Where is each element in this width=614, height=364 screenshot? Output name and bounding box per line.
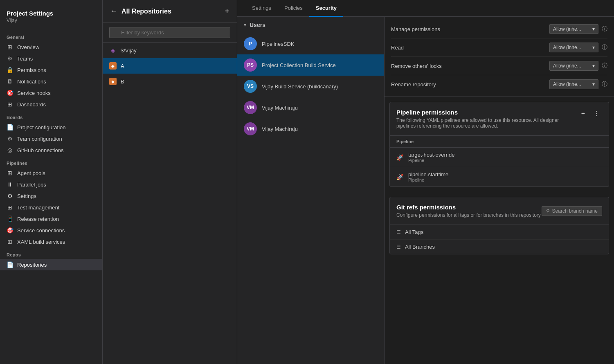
section-label-boards: Boards [0,110,102,121]
info-icon[interactable]: ⓘ [602,25,607,33]
tag-icon: ☰ [396,229,401,235]
permission-label: Remove others' locks [391,63,549,69]
sidebar-item-label: Overview [17,44,39,50]
repo-item-A[interactable]: ◆ A [103,58,237,74]
filter-wrapper: ⚲ [103,23,237,43]
info-icon[interactable]: ⓘ [602,44,607,51]
sidebar-item-label: Parallel jobs [17,182,46,188]
filter-input[interactable] [109,27,230,38]
pipeline-type: Pipeline [408,178,448,182]
pipeline-col-header: Pipeline [390,136,609,148]
pipeline-type: Pipeline [408,158,454,163]
sidebar-item-dashboards[interactable]: ⊞ Dashboards [0,99,102,110]
search-branch-wrapper[interactable]: ⚲ Search branch name [542,206,602,216]
git-ref-row-all-branches[interactable]: ☰ All Branches [390,240,609,254]
user-row-project-collection[interactable]: PS Project Collection Build Service [237,54,384,76]
sidebar-item-test-management[interactable]: ⊞ Test management [0,202,102,213]
permission-select: Allow (inhe... ▾ ⓘ [549,43,607,52]
project-config-icon: 📄 [7,124,13,130]
sidebar-item-label: Repositories [17,262,47,268]
repositories-icon: 📄 [7,261,13,268]
users-header-text: Users [250,22,265,28]
sidebar-item-parallel-jobs[interactable]: ⏸ Parallel jobs [0,179,102,190]
repo-label: B [121,79,124,85]
tab-security[interactable]: Security [309,0,343,17]
dashboards-icon: ⊞ [7,101,13,108]
sidebar-item-overview[interactable]: ⊞ Overview [0,41,102,53]
chevron-down-icon: ▾ [592,81,595,87]
permission-select: Allow (inhe... ▾ ⓘ [549,24,607,34]
git-refs-desc: Configure permissions for all tags or fo… [396,212,541,218]
repo-item-B[interactable]: ◆ B [103,74,237,89]
sidebar-item-label: Teams [17,56,33,62]
sidebar-item-label: Dashboards [17,101,46,108]
user-name: Vijay Build Service (buildcanary) [262,83,338,90]
user-name: Vijay Machiraju [262,105,298,111]
info-icon[interactable]: ⓘ [602,81,607,88]
git-ref-row-all-tags[interactable]: ☰ All Tags [390,225,609,240]
permission-dropdown-manage[interactable]: Allow (inhe... ▾ [549,24,598,34]
permission-dropdown-rename[interactable]: Allow (inhe... ▾ [549,79,598,89]
chevron-down-icon: ▾ [592,63,595,69]
sidebar-item-permissions[interactable]: 🔒 Permissions [0,64,102,76]
section-label-repos: Repos [0,247,102,259]
sidebar-header: Project Settings Vijay [0,7,102,30]
sidebar-subtitle: Vijay [7,18,96,23]
sidebar-item-release-retention[interactable]: 📱 Release retention [0,213,102,225]
permission-dropdown-remove-locks[interactable]: Allow (inhe... ▾ [549,61,598,71]
permission-value: Allow (inhe... [553,63,581,69]
sidebar-item-project-config[interactable]: 📄 Project configuration [0,121,102,133]
sidebar-item-xaml[interactable]: ⊞ XAML build services [0,236,102,247]
pipeline-permissions-title-wrap: Pipeline permissions The following YAML … [396,109,576,129]
repo-item-vijay-dollar[interactable]: ◈ $/Vijay [103,43,237,58]
sidebar-item-label: Project configuration [17,124,66,130]
tab-policies[interactable]: Policies [278,0,309,17]
sidebar-item-team-config[interactable]: ⚙ Team configuration [0,133,102,144]
repo-icon-purple: ◈ [109,47,117,54]
pipeline-info: target-host-override Pipeline [408,152,454,163]
permission-select: Allow (inhe... ▾ ⓘ [549,61,607,71]
pipeline-name: pipeline.starttime [408,171,448,178]
sidebar-item-github-connections[interactable]: ◎ GitHub connections [0,144,102,156]
pipeline-row-starttime[interactable]: 🚀 pipeline.starttime Pipeline [390,167,609,186]
tab-settings[interactable]: Settings [245,0,278,17]
git-ref-label: All Tags [405,229,423,235]
add-repo-button[interactable]: + [224,6,230,17]
user-row-vijay-machiraju-1[interactable]: VM Vijay Machiraju [237,97,384,118]
permission-dropdown-read[interactable]: Allow (inhe... ▾ [549,43,598,52]
permission-value: Allow (inhe... [553,45,581,50]
sidebar-item-label: Test management [17,204,59,211]
permission-label: Manage permissions [391,26,549,32]
permission-row-manage: Manage permissions Allow (inhe... ▾ ⓘ [391,20,607,38]
back-button[interactable]: ← [109,6,118,16]
sidebar-item-settings[interactable]: ⚙ Settings [0,190,102,202]
sidebar-item-service-hooks[interactable]: 🎯 Service hooks [0,87,102,99]
pipeline-name: target-host-override [408,152,454,158]
sidebar-item-repositories[interactable]: 📄 Repositories [0,259,102,270]
users-header[interactable]: ▾ Users [237,17,384,33]
section-label-general: General [0,30,102,41]
sidebar-item-teams[interactable]: ⚙ Teams [0,53,102,64]
chevron-down-icon: ▾ [244,22,246,28]
more-options-button[interactable]: ⋮ [591,109,602,118]
repo-icon-orange-a: ◆ [109,62,117,70]
sidebar-item-notifications[interactable]: 🖥 Notifications [0,76,102,87]
sidebar-item-service-connections[interactable]: 🎯 Service connections [0,225,102,236]
release-retention-icon: 📱 [7,216,13,222]
git-refs-header: Git refs permissions Configure permissio… [390,197,609,225]
branch-icon: ☰ [396,244,401,250]
repo-icon-orange-b: ◆ [109,78,117,85]
git-refs-title: Git refs permissions [396,204,541,211]
user-row-vijay-build[interactable]: VS Vijay Build Service (buildcanary) [237,76,384,97]
sidebar-item-agent-pools[interactable]: ⊞ Agent pools [0,167,102,179]
user-row-vijay-machiraju-2[interactable]: VM Vijay Machiraju [237,118,384,139]
pipeline-row-target-host[interactable]: 🚀 target-host-override Pipeline [390,148,609,167]
add-pipeline-button[interactable]: + [579,109,587,118]
permission-row-remove-locks: Remove others' locks Allow (inhe... ▾ ⓘ [391,57,607,75]
git-ref-label: All Branches [405,244,435,250]
info-icon[interactable]: ⓘ [602,62,607,70]
pipeline-icon: 🚀 [396,174,403,180]
avatar-vijay-build: VS [244,80,257,93]
user-row-pipelines-sdk[interactable]: P PipelinesSDK [237,33,384,54]
search-icon: ⚲ [546,208,550,214]
